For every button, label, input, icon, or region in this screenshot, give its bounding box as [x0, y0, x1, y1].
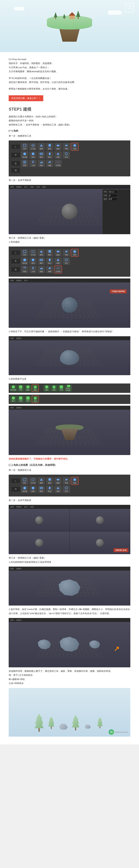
primitive-landscape[interactable]: 地形 — [38, 160, 45, 167]
panel-row-label: 平 — [11, 153, 20, 157]
primitive-disc[interactable]: 圆盘 — [54, 143, 62, 150]
svg-point-22 — [24, 267, 26, 268]
gen-cloth[interactable]: 布料 — [18, 396, 24, 403]
gen-python[interactable]: Python 生成器 — [65, 385, 72, 392]
attributes-panel: 半径 分段 类型 — [102, 189, 130, 234]
gen-symmetry-2[interactable]: 对称 — [58, 385, 65, 392]
primitive-figure[interactable]: 人偶 — [29, 266, 37, 273]
annotation-editable: 可编辑对象网格 — [110, 289, 127, 293]
c4d-quad-viewport: 查看摄像机显示选项 调整属性参数 — [9, 505, 130, 554]
svg-point-29 — [57, 479, 60, 480]
section-end-note: 岛屿的基础模型建好了。可根据自己的需求，进行细节优化。 — [9, 457, 130, 461]
primitive-platonic[interactable]: 宝石 — [63, 257, 70, 265]
segments-input[interactable] — [108, 194, 117, 197]
primitive-cone[interactable]: 圆锥 — [38, 477, 45, 485]
primitive-cylinder[interactable]: 圆柱 — [46, 477, 53, 485]
final-notes: 其他物件同理，建模的图上要尺寸，通过形状工具，减面，置换。其他物件拉伸，拖拽，选… — [9, 669, 130, 685]
generators-toolbar-2: 细分 布料 阵列 晶面 — [9, 395, 130, 404]
primitive-cone[interactable]: 圆锥 — [38, 143, 45, 150]
primitive-figure[interactable]: 人偶 — [29, 160, 37, 167]
primitive-platonic[interactable]: 宝石 — [63, 486, 70, 493]
gen-crystal[interactable]: 晶面 — [51, 385, 57, 392]
primitive-capsule[interactable]: 联合 — [46, 151, 53, 159]
viewport-right[interactable] — [9, 532, 70, 554]
svg-point-23 — [32, 267, 33, 268]
primitive-tube[interactable]: 管道 — [21, 160, 28, 167]
primitive-landscape[interactable]: 地形 — [38, 266, 45, 273]
primitive-cylinder[interactable]: 圆柱 — [46, 143, 53, 150]
substep-2: 第二步：去掉平滑标签 — [9, 178, 130, 182]
svg-rect-12 — [32, 162, 33, 163]
c4d-primitives-panel-2: L 空白 立方体 圆锥 圆柱 圆盘 平面 球体 平 多边形 球体 圆环 联合 角… — [9, 247, 130, 277]
c4d-primitives-panel-3: L 空白 立方体 圆锥 圆柱 圆盘 平面 球体 平 多边形 球体 圆环 联合 角… — [9, 475, 130, 496]
c4d-viewport-flatten: 查看摄像机 — [9, 336, 130, 375]
gen-crystal-2[interactable]: 晶面 — [32, 396, 38, 403]
c4d-viewport-deform: 查看摄像机显示 可编辑对象网格 — [9, 278, 130, 328]
primitive-polygon[interactable]: 多边形 — [21, 151, 28, 159]
primitive-torus[interactable]: 圆环 — [38, 151, 45, 159]
gen-reduction[interactable]: 减面 — [32, 385, 38, 392]
header-illustration: LOW POLY — [0, 0, 139, 52]
primitive-platonic[interactable]: 宝石 — [63, 151, 70, 159]
svg-point-6 — [32, 152, 34, 155]
primitive-cube[interactable]: 立方体 — [29, 249, 37, 256]
primitive-cube[interactable]: 立方体 — [29, 477, 37, 485]
gen-array[interactable]: 阵列 — [25, 396, 31, 403]
gen-symmetry[interactable]: 对称 — [18, 385, 24, 392]
primitive-null[interactable]: 空白 — [21, 249, 28, 256]
primitive-guide[interactable]: 引导线 — [54, 160, 62, 167]
type-input[interactable] — [108, 198, 117, 201]
primitive-torus[interactable]: 圆环 — [38, 257, 45, 265]
primitive-cone[interactable]: 圆锥 — [38, 249, 45, 256]
primitive-capsule[interactable]: 联合 — [46, 486, 53, 493]
svg-point-20 — [40, 259, 43, 260]
primitive-null[interactable]: 空白 — [21, 143, 28, 150]
primitive-cube[interactable]: 立方体 — [29, 143, 37, 150]
arrow-icon: ↗ — [114, 645, 120, 653]
gen-metaball[interactable]: 融球 — [25, 385, 31, 392]
svg-rect-14 — [24, 250, 26, 253]
tip-2: 3.添加置换平运算 — [9, 377, 130, 381]
primitive-null[interactable]: 空白 — [21, 477, 28, 485]
intro-text: DJ Drop the beat! 我的名字，叫做阿洛；我的爱好，就是建模； 今… — [9, 57, 130, 73]
primitive-sphere-2[interactable]: 球体 — [29, 151, 37, 159]
annotation-adjust: 调整属性参数 — [113, 548, 129, 552]
viewport-menu: 查看摄像机显示选项过滤面板 — [9, 185, 130, 189]
viewport-top[interactable] — [70, 509, 130, 531]
primitive-disc[interactable]: 圆盘 — [54, 477, 62, 485]
primitive-sphere-2[interactable]: 球体 — [29, 486, 37, 493]
primitive-sphere[interactable]: 球体 — [71, 143, 78, 150]
viewport-front[interactable]: 调整属性参数 — [70, 532, 130, 554]
primitive-sphere[interactable]: 球体 — [71, 477, 78, 485]
intro-text-3: 希望这个教程能给大家带来帮助，全当交个朋友，模归自逃。 — [9, 87, 130, 91]
gen-subdivision[interactable]: 细分曲面 — [10, 385, 17, 392]
sphere-object — [62, 204, 77, 219]
viewport-perspective[interactable] — [9, 509, 70, 531]
primitive-polygon[interactable]: 多边形 — [21, 486, 28, 493]
primitive-cylinder[interactable]: 圆柱 — [46, 249, 53, 256]
primitive-relief[interactable]: 地貌 — [46, 266, 53, 273]
substep-2-3: 第三步：使用细分工具（减面+置换） 1.对岛屿的制作流程使用细分工具处理球体 — [9, 556, 130, 564]
primitive-relief[interactable]: 地貌 — [46, 160, 53, 167]
primitive-torus[interactable]: 圆环 — [38, 486, 45, 493]
radius-input[interactable] — [108, 190, 117, 193]
primitive-disc[interactable]: 圆盘 — [54, 249, 62, 256]
primitive-sphere-2[interactable]: 球体 — [29, 257, 37, 265]
primitive-pyramid[interactable]: 角锥 — [54, 257, 62, 265]
primitive-polygon[interactable]: 多边形 — [21, 257, 28, 265]
svg-rect-33 — [49, 487, 50, 489]
primitive-sphere[interactable]: 球体 — [71, 249, 78, 256]
primitive-pyramid[interactable]: 角锥 — [54, 486, 62, 493]
ps-logo-icon: PS — [109, 729, 114, 735]
primitive-guide[interactable]: 引导线 — [54, 266, 62, 273]
svg-point-19 — [32, 259, 34, 261]
primitive-plane[interactable]: 平面 — [63, 143, 70, 150]
primitive-tube[interactable]: 管道 — [21, 266, 28, 273]
substep-2-2: 第二步：去掉平滑标签 — [9, 498, 130, 502]
primitive-capsule[interactable]: 联合 — [46, 257, 53, 265]
primitive-pyramid[interactable]: 角锥 — [54, 151, 62, 159]
gen-metaball-2[interactable]: 融球 — [44, 385, 50, 392]
gen-sds[interactable]: 细分 — [10, 396, 17, 403]
primitive-plane[interactable]: 平面 — [63, 249, 70, 256]
primitive-plane[interactable]: 平面 — [63, 477, 70, 485]
